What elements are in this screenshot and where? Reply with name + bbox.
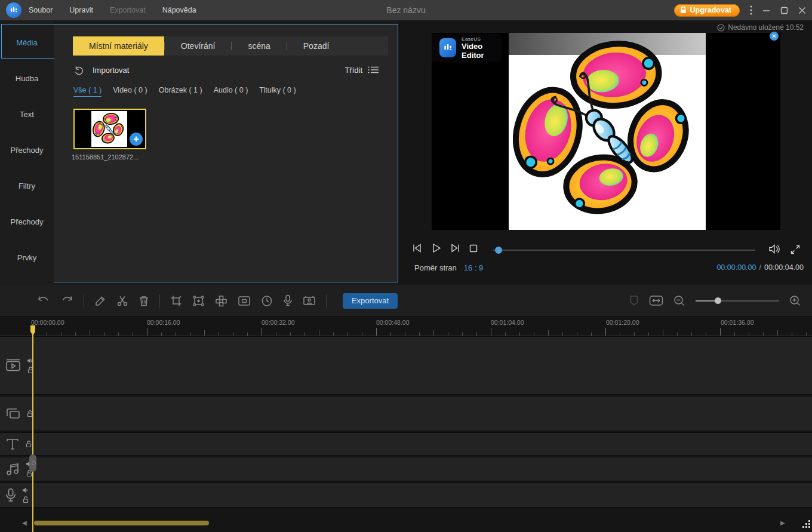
scroll-left-icon[interactable]: ◀ [22, 519, 27, 526]
sort-button[interactable]: Třídit [345, 65, 379, 75]
video-content [509, 33, 706, 230]
aspect-ratio-label: Poměr stran [414, 263, 457, 272]
track-row-video[interactable] [0, 336, 812, 395]
marker-icon[interactable] [629, 295, 639, 306]
stop-button[interactable] [469, 244, 478, 253]
freeze-frame-icon[interactable] [238, 295, 251, 307]
saved-status: Nedávno uložené 10:52 [717, 23, 804, 32]
duration-clock-icon[interactable] [261, 295, 273, 307]
more-menu-icon[interactable] [750, 5, 752, 15]
scroll-right-icon[interactable]: ▶ [780, 519, 785, 526]
playhead-grip[interactable] [29, 454, 36, 472]
unlock-toggle-icon[interactable] [26, 441, 32, 448]
export-button[interactable]: Exportovat [343, 293, 398, 309]
voiceover-mic-icon[interactable] [283, 294, 293, 307]
watermark-close-icon[interactable]: ✕ [770, 32, 779, 41]
menu-soubor[interactable]: Soubor [29, 6, 53, 14]
fit-timeline-icon[interactable] [649, 295, 663, 306]
window-resize-grip[interactable] [802, 519, 811, 531]
screen-record-icon[interactable] [303, 295, 316, 307]
cut-scissors-icon[interactable] [116, 295, 128, 307]
menu-exportovat: Exportovat [110, 6, 146, 14]
edit-toolbar: Exportovat [0, 285, 812, 316]
horizontal-scrollbar-thumb[interactable] [34, 521, 209, 525]
playhead[interactable] [32, 325, 33, 532]
sidebar: Média Hudba Text Přechody Filtry Přechod… [0, 20, 54, 285]
app-logo-icon [6, 2, 21, 18]
zoom-frame-icon[interactable] [192, 295, 205, 307]
sidebar-item-text[interactable]: Text [0, 110, 54, 122]
text-track-icon [5, 438, 20, 451]
add-to-timeline-button[interactable]: + [130, 133, 143, 146]
track-row-text[interactable] [0, 432, 812, 456]
watermark-product: Video Editor [462, 42, 502, 60]
tab-pozadi[interactable]: Pozadí [287, 36, 346, 56]
media-filter-row: Vše ( 1 ) Video ( 0 ) Obrázek ( 1 ) Audi… [73, 86, 296, 97]
fullscreen-icon[interactable] [790, 244, 801, 255]
zoom-slider-knob[interactable] [715, 297, 721, 304]
upgrade-button[interactable]: Upgradovat [674, 4, 740, 17]
thumbnail-filename: 151158851_2102872... [72, 153, 148, 161]
zoom-in-icon[interactable] [789, 295, 801, 307]
titlebar: Soubor Upravit Exportovat Nápověda Bez n… [0, 0, 812, 20]
sidebar-item-filtry[interactable]: Filtry [0, 182, 54, 193]
delete-trash-icon[interactable] [139, 295, 149, 307]
minimize-button[interactable] [762, 7, 770, 14]
ruler-label: 00:01:20.00 [606, 319, 639, 326]
lock-icon [680, 7, 687, 14]
close-button[interactable] [798, 7, 806, 14]
filter-vse[interactable]: Vše ( 1 ) [73, 86, 102, 97]
play-button[interactable] [430, 242, 442, 254]
previous-frame-button[interactable] [411, 242, 423, 254]
edit-pencil-icon[interactable] [94, 295, 106, 307]
sidebar-item-prechody-2[interactable]: Přechody [0, 217, 54, 229]
ruler-label: 00:01:36.00 [721, 319, 753, 326]
sidebar-item-media[interactable]: Média [0, 38, 54, 50]
tab-scena[interactable]: scéna [232, 36, 286, 56]
timeline-ruler[interactable]: 00:00:00.00 00:00:16.00 00:00:32.00 00:0… [0, 316, 812, 336]
import-button[interactable]: Importovat [73, 64, 129, 75]
aspect-ratio-value[interactable]: 16 : 9 [464, 263, 484, 272]
maximize-button[interactable] [780, 7, 788, 14]
time-display: 00:00:00.00/00:00:04.00 [716, 263, 804, 272]
menu-napoveda[interactable]: Nápověda [162, 6, 196, 14]
sidebar-item-hudba[interactable]: Hudba [0, 74, 54, 86]
menu-upravit[interactable]: Upravit [69, 6, 93, 14]
sidebar-item-prvky[interactable]: Prvky [0, 253, 54, 265]
tab-otevirani[interactable]: Otevírání [165, 36, 232, 56]
track-row-music[interactable] [0, 457, 812, 481]
filter-video[interactable]: Video ( 0 ) [113, 86, 147, 97]
track-row-overlay[interactable] [0, 396, 812, 431]
filter-titulky[interactable]: Titulky ( 0 ) [259, 86, 296, 97]
media-thumbnail[interactable]: + [73, 109, 146, 149]
mosaic-icon[interactable] [215, 295, 227, 307]
sidebar-item-prechody-1[interactable]: Přechody [0, 146, 54, 158]
ruler-label: 00:01:04.00 [491, 319, 524, 326]
video-frame[interactable]: EaseUS Video Editor ✕ [432, 33, 780, 230]
preview-pane: Nedávno uložené 10:52 EaseUS Video Edito… [398, 20, 812, 285]
watermark: EaseUS Video Editor [432, 33, 502, 62]
timeline-zoom-slider[interactable] [696, 300, 779, 302]
zoom-out-icon[interactable] [673, 295, 685, 307]
crop-icon[interactable] [170, 295, 182, 307]
filter-audio[interactable]: Audio ( 0 ) [214, 86, 248, 97]
transport-controls [411, 242, 478, 254]
volume-icon[interactable] [768, 244, 781, 254]
ruler-label: 00:00:16.00 [147, 319, 180, 326]
timeline: 00:00:00.00 00:00:16.00 00:00:32.00 00:0… [0, 316, 812, 532]
track-row-voiceover[interactable] [0, 482, 812, 508]
tab-mistni-materialy[interactable]: Místní materiály [73, 36, 164, 56]
unlock-toggle-icon[interactable] [23, 496, 29, 503]
next-frame-button[interactable] [450, 242, 461, 254]
seek-knob[interactable] [495, 247, 502, 254]
thumbnail-image [91, 111, 127, 147]
mute-toggle-icon[interactable] [22, 487, 29, 493]
total-duration: 00:00:04.00 [764, 263, 804, 272]
seek-bar[interactable] [493, 250, 755, 251]
redo-icon[interactable] [60, 295, 73, 307]
sort-label: Třídit [345, 66, 362, 75]
filter-obrazek[interactable]: Obrázek ( 1 ) [159, 86, 202, 97]
media-tabs: Místní materiály Otevírání scéna Pozadí [73, 36, 388, 56]
sort-list-icon [367, 65, 379, 75]
undo-icon[interactable] [37, 295, 50, 307]
